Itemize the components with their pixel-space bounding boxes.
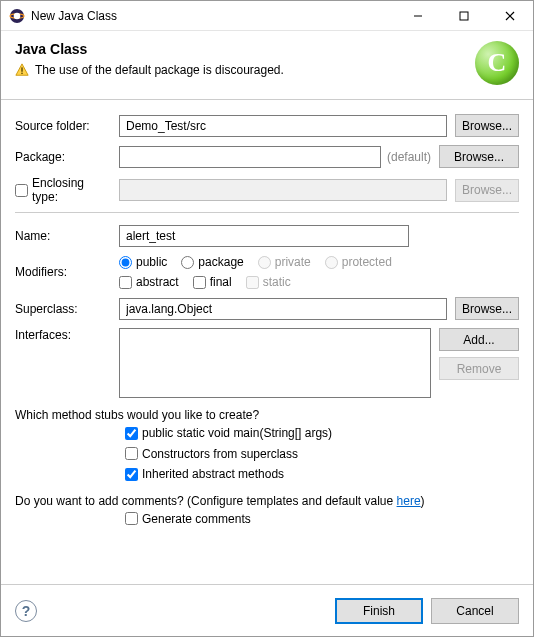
radio-public[interactable]: public [119, 255, 167, 269]
label-package: Package: [15, 150, 111, 164]
radio-private: private [258, 255, 311, 269]
remove-interface-button: Remove [439, 357, 519, 380]
minimize-button[interactable] [395, 1, 441, 31]
check-static: static [246, 275, 291, 289]
svg-rect-7 [21, 67, 22, 71]
label-modifiers: Modifiers: [15, 265, 111, 279]
radio-protected: protected [325, 255, 392, 269]
svg-rect-4 [460, 12, 468, 20]
label-name: Name: [15, 229, 111, 243]
dialog-window: New Java Class Java Class The use of the… [0, 0, 534, 637]
svg-rect-8 [21, 73, 22, 74]
warning-text: The use of the default package is discou… [35, 63, 284, 77]
page-title: Java Class [15, 41, 475, 57]
browse-superclass-button[interactable]: Browse... [455, 297, 519, 320]
source-folder-input[interactable] [119, 115, 447, 137]
check-generate-comments[interactable]: Generate comments [125, 512, 251, 526]
add-interface-button[interactable]: Add... [439, 328, 519, 351]
warning-icon [15, 63, 29, 77]
enclosing-type-checkbox[interactable] [15, 184, 28, 197]
form-body: Source folder: Browse... Package: (defau… [1, 100, 533, 584]
titlebar: New Java Class [1, 1, 533, 31]
check-abstract[interactable]: abstract [119, 275, 179, 289]
configure-link[interactable]: here [397, 494, 421, 508]
footer: ? Finish Cancel [1, 584, 533, 636]
label-superclass: Superclass: [15, 302, 111, 316]
svg-point-2 [14, 12, 21, 19]
check-inherited[interactable]: Inherited abstract methods [125, 467, 284, 481]
check-main-method[interactable]: public static void main(String[] args) [125, 426, 332, 440]
class-logo-icon: C [475, 41, 519, 85]
interfaces-list[interactable] [119, 328, 431, 398]
browse-package-button[interactable]: Browse... [439, 145, 519, 168]
radio-package[interactable]: package [181, 255, 243, 269]
check-constructors[interactable]: Constructors from superclass [125, 447, 298, 461]
enclosing-type-input [119, 179, 447, 201]
close-button[interactable] [487, 1, 533, 31]
header-banner: Java Class The use of the default packag… [1, 31, 533, 100]
maximize-button[interactable] [441, 1, 487, 31]
window-title: New Java Class [31, 9, 395, 23]
label-interfaces: Interfaces: [15, 328, 111, 342]
cancel-button[interactable]: Cancel [431, 598, 519, 624]
check-final[interactable]: final [193, 275, 232, 289]
label-source-folder: Source folder: [15, 119, 111, 133]
browse-enclosing-button: Browse... [455, 179, 519, 202]
superclass-input[interactable] [119, 298, 447, 320]
finish-button[interactable]: Finish [335, 598, 423, 624]
comments-question: Do you want to add comments? (Configure … [15, 494, 519, 508]
browse-source-button[interactable]: Browse... [455, 114, 519, 137]
name-input[interactable] [119, 225, 409, 247]
package-input[interactable] [119, 146, 381, 168]
default-note: (default) [387, 150, 431, 164]
eclipse-icon [9, 8, 25, 24]
stubs-question: Which method stubs would you like to cre… [15, 408, 519, 422]
help-button[interactable]: ? [15, 600, 37, 622]
enclosing-type-check[interactable]: Enclosing type: [15, 176, 111, 204]
separator [15, 212, 519, 213]
